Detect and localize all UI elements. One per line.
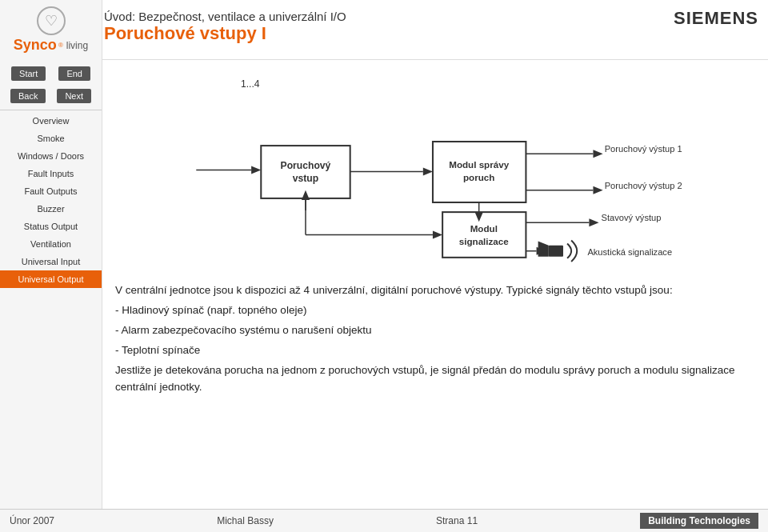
sidebar-item-fault-inputs[interactable]: Fault Inputs (0, 165, 102, 182)
footer-section: Building Technologies (640, 513, 758, 529)
text-bullet1: - Hladinový spínač (např. topného oleje) (115, 302, 755, 319)
sidebar-item-buzzer[interactable]: Buzzer (0, 200, 102, 218)
text-para1: V centrální jednotce jsou k dispozici až… (115, 282, 755, 299)
nav-back-next: Back Next (0, 86, 102, 106)
svg-rect-24 (549, 246, 563, 257)
svg-marker-18 (433, 230, 442, 238)
svg-text:Akustická signalizace: Akustická signalizace (587, 247, 672, 257)
synco-logo: Synco® living (14, 37, 88, 54)
svg-text:Modul: Modul (470, 223, 498, 234)
content-area: 1...4 Poruchový vstup Modul správy poruc… (102, 60, 768, 509)
svg-marker-11 (593, 150, 602, 158)
diagram-svg: 1...4 Poruchový vstup Modul správy poruc… (115, 68, 755, 276)
svg-text:Poruchový: Poruchový (281, 160, 331, 171)
text-bullet3: - Teplotní spínače (115, 342, 755, 359)
sidebar-item-status-output[interactable]: Status Output (0, 218, 102, 235)
sidebar-item-fault-outputs[interactable]: Fault Outputs (0, 182, 102, 200)
header-titles: Úvod: Bezpečnost, ventilace a univerzáln… (104, 6, 346, 44)
siemens-logo: SIEMENS (674, 8, 758, 29)
next-button[interactable]: Next (57, 89, 91, 103)
text-para2: Jestliže je detekována porucha na jednom… (115, 362, 755, 396)
svg-marker-1 (251, 166, 261, 174)
back-button[interactable]: Back (10, 89, 46, 103)
svg-text:Modul správy: Modul správy (449, 159, 509, 170)
sidebar: Start End Back Next Overview Smoke Windo… (0, 60, 102, 509)
signal-module-box (442, 212, 526, 258)
logo-area: ♡ Synco® living (0, 0, 102, 60)
nav-divider (0, 110, 102, 110)
header: ♡ Synco® living Úvod: Bezpečnost, ventil… (0, 0, 768, 60)
start-button[interactable]: Start (11, 66, 46, 81)
svg-text:signalizace: signalizace (459, 236, 510, 246)
counter-label: 1...4 (241, 78, 260, 90)
sidebar-item-overview[interactable]: Overview (0, 112, 102, 130)
svg-marker-7 (423, 167, 433, 175)
sidebar-item-ventilation[interactable]: Ventilation (0, 235, 102, 253)
synco-icon: ♡ (37, 6, 66, 35)
svg-marker-22 (589, 218, 598, 226)
svg-text:poruch: poruch (463, 172, 494, 182)
footer-page: Strana 11 (436, 515, 478, 526)
svg-text:Stavový výstup: Stavový výstup (602, 213, 662, 222)
nav-top-buttons: Start End (0, 63, 102, 84)
footer-author: Michal Bassy (217, 515, 274, 526)
footer-date: Únor 2007 (10, 515, 54, 526)
header-title: Poruchové vstupy I (104, 23, 346, 44)
svg-text:Poruchový výstup 2: Poruchový výstup 2 (605, 181, 682, 190)
svg-marker-14 (593, 186, 602, 194)
svg-text:Poruchový výstup 1: Poruchový výstup 1 (605, 144, 682, 154)
text-content: V centrální jednotce jsou k dispozici až… (115, 282, 755, 399)
svg-text:vstup: vstup (293, 173, 318, 184)
footer: Únor 2007 Michal Bassy Strana 11 Buildin… (0, 509, 768, 532)
diagram: 1...4 Poruchový vstup Modul správy poruc… (115, 68, 755, 276)
text-bullet2: - Alarm zabezpečovacího systému o naruše… (115, 322, 755, 339)
sidebar-item-windows-doors[interactable]: Windows / Doors (0, 147, 102, 165)
main-layout: Start End Back Next Overview Smoke Windo… (0, 60, 768, 509)
sidebar-item-universal-output[interactable]: Universal Output (0, 270, 102, 288)
sidebar-item-smoke[interactable]: Smoke (0, 130, 102, 147)
header-subtitle: Úvod: Bezpečnost, ventilace a univerzáln… (104, 10, 346, 23)
sidebar-item-universal-input[interactable]: Universal Input (0, 253, 102, 270)
end-button[interactable]: End (58, 66, 90, 81)
